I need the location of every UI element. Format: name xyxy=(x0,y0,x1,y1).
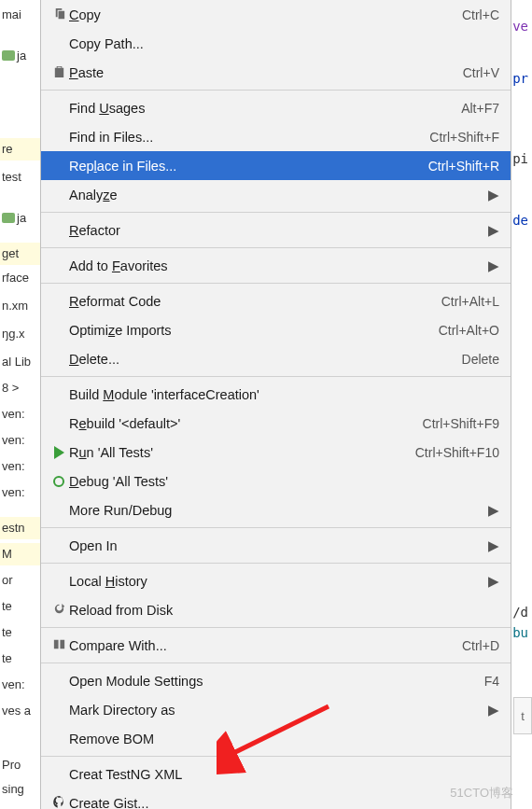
menu-item-label: Optimize Imports xyxy=(69,323,427,338)
menu-item-compare-with[interactable]: Compare With...Ctrl+D xyxy=(41,631,511,660)
menu-item-more-run-debug[interactable]: More Run/Debug▶ xyxy=(41,495,511,524)
tree-fragment[interactable]: te xyxy=(0,621,40,644)
menu-separator xyxy=(41,627,511,628)
tool-window-tab[interactable]: t xyxy=(513,697,532,734)
menu-separator xyxy=(41,212,511,213)
menu-item-label: Remove BOM xyxy=(69,732,499,746)
tree-label: n.xm xyxy=(2,299,28,313)
tree-fragment[interactable]: mai xyxy=(0,4,40,26)
tree-fragment[interactable]: ja xyxy=(0,207,40,230)
tree-label: get xyxy=(2,246,19,260)
menu-item-label: Copy Path... xyxy=(69,36,499,51)
menu-item-shortcut: F4 xyxy=(473,674,499,689)
tree-label: al Lib xyxy=(2,355,31,369)
submenu-arrow-icon: ▶ xyxy=(488,258,499,273)
menu-item-shortcut: Ctrl+Shift+F9 xyxy=(412,416,499,431)
menu-item-find-usages[interactable]: Find UsagesAlt+F7 xyxy=(41,93,511,122)
tree-fragment[interactable]: ven: xyxy=(0,674,40,696)
menu-item-label: Add to Favorites xyxy=(69,258,481,273)
tree-fragment[interactable]: or xyxy=(0,569,40,592)
tree-fragment[interactable]: te xyxy=(0,648,40,670)
menu-item-copy[interactable]: CopyCtrl+C xyxy=(41,0,511,29)
menu-item-reload-from-disk[interactable]: Reload from Disk xyxy=(41,595,511,624)
menu-separator xyxy=(41,283,511,284)
submenu-arrow-icon: ▶ xyxy=(488,574,499,589)
tree-label: ves a xyxy=(2,704,31,718)
tree-fragment[interactable]: ven: xyxy=(0,429,40,452)
submenu-arrow-icon: ▶ xyxy=(488,503,499,518)
tree-fragment[interactable]: ja xyxy=(0,45,40,67)
menu-separator xyxy=(41,563,511,564)
tree-fragment[interactable]: 8 > xyxy=(0,377,40,399)
menu-item-open-module-settings[interactable]: Open Module SettingsF4 xyxy=(41,666,511,695)
menu-item-optimize-imports[interactable]: Optimize ImportsCtrl+Alt+O xyxy=(41,315,511,344)
menu-item-rebuild-default[interactable]: Rebuild '<default>'Ctrl+Shift+F9 xyxy=(41,409,511,438)
tree-fragment[interactable]: re xyxy=(0,138,40,160)
tree-fragment[interactable]: M xyxy=(0,543,40,565)
tree-fragment[interactable]: sing xyxy=(0,778,40,801)
menu-item-label: Paste xyxy=(69,65,452,80)
menu-item-reformat-code[interactable]: Reformat CodeCtrl+Alt+L xyxy=(41,286,511,315)
menu-item-label: Analyze xyxy=(69,188,481,202)
menu-item-shortcut: Ctrl+Alt+L xyxy=(430,294,499,309)
menu-item-label: Replace in Files... xyxy=(69,159,417,174)
menu-item-label: Reformat Code xyxy=(69,294,430,309)
menu-item-find-in-files[interactable]: Find in Files...Ctrl+Shift+F xyxy=(41,122,511,151)
compare-icon xyxy=(52,637,66,654)
menu-item-creat-testng-xml[interactable]: Creat TestNG XML xyxy=(41,760,511,788)
menu-item-label: More Run/Debug xyxy=(69,503,481,518)
menu-separator xyxy=(41,247,511,248)
folder-icon xyxy=(2,50,15,61)
tree-fragment[interactable]: al Lib xyxy=(0,351,40,373)
submenu-arrow-icon: ▶ xyxy=(488,538,499,553)
icon-slot xyxy=(49,795,69,810)
menu-item-local-history[interactable]: Local History▶ xyxy=(41,566,511,595)
code-fragment: de xyxy=(512,213,528,228)
menu-item-delete[interactable]: Delete...Delete xyxy=(41,344,511,373)
menu-item-analyze[interactable]: Analyze▶ xyxy=(41,180,511,209)
tree-label: 8 > xyxy=(2,381,19,395)
code-fragment: ve xyxy=(512,19,528,34)
menu-separator xyxy=(41,663,511,663)
tree-label: or xyxy=(2,573,13,587)
menu-item-debug-all-tests[interactable]: Debug 'All Tests' xyxy=(41,467,511,495)
code-fragment: pi xyxy=(512,151,528,166)
tree-fragment[interactable]: estn xyxy=(0,517,40,539)
menu-item-open-in[interactable]: Open In▶ xyxy=(41,531,511,560)
tree-fragment[interactable]: get xyxy=(0,243,40,265)
tree-fragment[interactable]: rface xyxy=(0,267,40,289)
menu-item-mark-directory-as[interactable]: Mark Directory as▶ xyxy=(41,695,511,724)
menu-item-run-all-tests[interactable]: Run 'All Tests'Ctrl+Shift+F10 xyxy=(41,438,511,467)
tree-fragment[interactable]: ven: xyxy=(0,481,40,504)
menu-item-remove-bom[interactable]: Remove BOM xyxy=(41,724,511,753)
menu-item-paste[interactable]: PasteCtrl+V xyxy=(41,58,511,87)
tree-fragment[interactable]: ven: xyxy=(0,403,40,425)
menu-item-label: Refactor xyxy=(69,223,481,238)
tree-label: mai xyxy=(2,7,21,21)
tree-fragment[interactable]: ŋg.x xyxy=(0,323,40,345)
menu-item-label: Reload from Disk xyxy=(69,603,499,618)
tree-label: M xyxy=(2,547,12,561)
submenu-arrow-icon: ▶ xyxy=(488,223,499,238)
menu-item-copy-path[interactable]: Copy Path... xyxy=(41,29,511,58)
tree-fragment[interactable]: ven: xyxy=(0,455,40,478)
menu-item-refactor[interactable]: Refactor▶ xyxy=(41,216,511,244)
tree-fragment[interactable]: n.xm xyxy=(0,295,40,317)
tree-label: ven: xyxy=(2,485,25,499)
menu-item-replace-in-files[interactable]: Replace in Files...Ctrl+Shift+R xyxy=(41,151,511,180)
menu-item-label: Delete... xyxy=(69,352,451,367)
menu-item-add-to-favorites[interactable]: Add to Favorites▶ xyxy=(41,251,511,280)
tree-fragment[interactable]: test xyxy=(0,166,40,188)
tree-label: rface xyxy=(2,271,29,285)
menu-separator xyxy=(41,527,511,528)
menu-item-create-gist[interactable]: Create Gist... xyxy=(41,788,511,809)
copy-icon xyxy=(52,7,66,23)
menu-item-build-module-interfacecreation[interactable]: Build Module 'interfaceCreation' xyxy=(41,380,511,409)
tree-label: ja xyxy=(17,211,26,225)
tree-fragment[interactable]: Pro xyxy=(0,754,40,776)
context-menu: CopyCtrl+CCopy Path...PasteCtrl+VFind Us… xyxy=(40,0,511,809)
tree-fragment[interactable]: te xyxy=(0,595,40,618)
tree-fragment[interactable]: ves a xyxy=(0,700,40,722)
menu-item-label: Mark Directory as xyxy=(69,703,481,718)
tree-label: sing xyxy=(2,782,24,796)
